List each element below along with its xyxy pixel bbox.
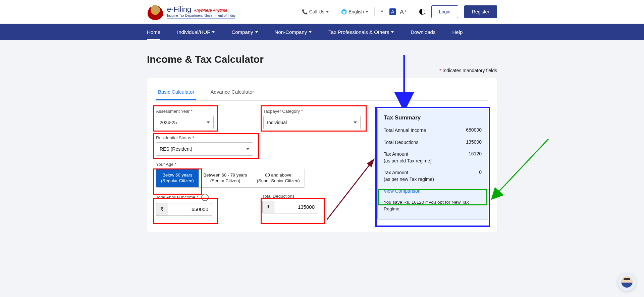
language-label: English bbox=[348, 9, 364, 14]
tab-advance-calculator[interactable]: Advance Calculator bbox=[208, 86, 256, 100]
contrast-toggle-icon[interactable] bbox=[419, 9, 425, 15]
assessment-year-value: 2024-25 bbox=[160, 120, 177, 125]
summary-income-value: 650000 bbox=[466, 127, 482, 134]
text-size-default[interactable]: A bbox=[389, 8, 396, 15]
summary-old-tax-label: Tax Amount (as per old Tax regime) bbox=[384, 151, 432, 164]
svg-line-2 bbox=[493, 139, 548, 198]
brand-logo[interactable]: e-Filing Anywhere Anytime Income Tax Dep… bbox=[147, 3, 235, 20]
age-group: Below 60 years(Regular Citizen) Between … bbox=[156, 169, 305, 188]
chevron-down-icon bbox=[326, 11, 329, 13]
summary-title: Tax Summary bbox=[384, 114, 482, 121]
calculator-tabs: Basic Calculator Advance Calculator bbox=[156, 86, 488, 101]
assessment-year-select[interactable]: 2024-25 bbox=[156, 116, 214, 129]
chevron-down-icon bbox=[391, 31, 394, 33]
chevron-down-icon bbox=[255, 31, 258, 33]
taxpayer-category-label: Taxpayer Category bbox=[263, 109, 300, 114]
summary-new-tax-label: Tax Amount (as per new Tax regime) bbox=[384, 169, 434, 183]
info-icon[interactable]: i bbox=[201, 194, 209, 201]
nav-downloads[interactable]: Downloads bbox=[411, 24, 435, 40]
calculator-card: Basic Calculator Advance Calculator Asse… bbox=[147, 78, 497, 232]
register-button[interactable]: Register bbox=[464, 5, 497, 18]
residential-status-value: RES (Resident) bbox=[160, 146, 192, 152]
brand-subtitle: Income Tax Department, Government of Ind… bbox=[167, 14, 235, 17]
chevron-down-icon bbox=[366, 11, 368, 13]
residential-status-label: Residential Status bbox=[156, 135, 191, 140]
nav-tax-professionals[interactable]: Tax Professionals & Others bbox=[328, 24, 394, 40]
brand-title: e-Filing bbox=[167, 5, 191, 13]
assessment-year-label: Assessment Year bbox=[156, 109, 190, 114]
phone-icon: 📞 bbox=[302, 9, 308, 14]
login-button[interactable]: Login bbox=[431, 5, 458, 18]
mandatory-note: * Indicates mandatory fields bbox=[147, 68, 497, 73]
chevron-down-icon bbox=[309, 31, 312, 33]
age-option-80-above[interactable]: 80 and above(Super Senior Citizen) bbox=[252, 169, 305, 187]
brand-slogan: Anywhere Anytime bbox=[194, 8, 227, 13]
tax-summary-panel: Tax Summary Total Annual Income650000 To… bbox=[377, 109, 488, 219]
nav-home[interactable]: Home bbox=[147, 24, 160, 40]
summary-income-label: Total Annual Income bbox=[384, 127, 426, 134]
nav-non-company[interactable]: Non-Company bbox=[275, 24, 312, 40]
globe-icon: 🌐 bbox=[341, 9, 347, 14]
call-us-dropdown[interactable]: 📞 Call Us bbox=[302, 9, 329, 14]
top-header: e-Filing Anywhere Anytime Income Tax Dep… bbox=[0, 0, 644, 24]
tab-basic-calculator[interactable]: Basic Calculator bbox=[156, 86, 196, 100]
language-dropdown[interactable]: 🌐 English bbox=[341, 9, 368, 14]
chevron-down-icon bbox=[207, 121, 210, 123]
age-option-below-60[interactable]: Below 60 years(Regular Citizen) bbox=[156, 169, 199, 187]
annotation-arrow-green bbox=[488, 136, 552, 203]
deductions-label: Total Deductions bbox=[262, 194, 294, 199]
view-comparison-link[interactable]: View Comparison bbox=[384, 188, 482, 194]
summary-old-tax-value: 16120 bbox=[469, 151, 482, 164]
summary-deductions-value: 135000 bbox=[466, 139, 482, 146]
summary-new-tax-value: 0 bbox=[479, 169, 482, 183]
page-title: Income & Tax Calculator bbox=[147, 54, 497, 65]
emblem-icon bbox=[147, 3, 164, 20]
total-annual-income-input[interactable] bbox=[168, 203, 212, 216]
chevron-down-icon bbox=[354, 121, 357, 123]
total-deductions-input[interactable] bbox=[274, 201, 318, 213]
income-label: Total Annual Income bbox=[156, 195, 195, 200]
taxpayer-category-select[interactable]: Individual bbox=[263, 116, 361, 129]
age-option-60-79[interactable]: Between 60 - 79 years(Senior Citizen) bbox=[199, 169, 252, 187]
savings-note: You save Rs. 16120 if you opt for New Ta… bbox=[384, 199, 482, 213]
calculator-form: Assessment Year * 2024-25 Taxpayer Categ… bbox=[156, 109, 367, 222]
nav-individual[interactable]: Individual/HUF bbox=[177, 24, 215, 40]
age-label: Your Age bbox=[156, 162, 173, 167]
rupee-prefix: ₹ bbox=[262, 201, 274, 213]
rupee-prefix: ₹ bbox=[156, 203, 168, 216]
nav-company[interactable]: Company bbox=[231, 24, 258, 40]
chevron-down-icon bbox=[246, 148, 250, 150]
text-size-decrease[interactable]: A⁻ bbox=[381, 9, 385, 14]
summary-deductions-label: Total Deductions bbox=[384, 139, 419, 146]
taxpayer-category-value: Individual bbox=[267, 120, 287, 125]
nav-help[interactable]: Help bbox=[452, 24, 463, 40]
text-size-increase[interactable]: A⁺ bbox=[400, 8, 407, 15]
main-nav: Home Individual/HUF Company Non-Company … bbox=[0, 24, 644, 40]
residential-status-select[interactable]: RES (Resident) bbox=[156, 142, 253, 156]
call-us-label: Call Us bbox=[309, 9, 324, 14]
chevron-down-icon bbox=[212, 31, 215, 33]
